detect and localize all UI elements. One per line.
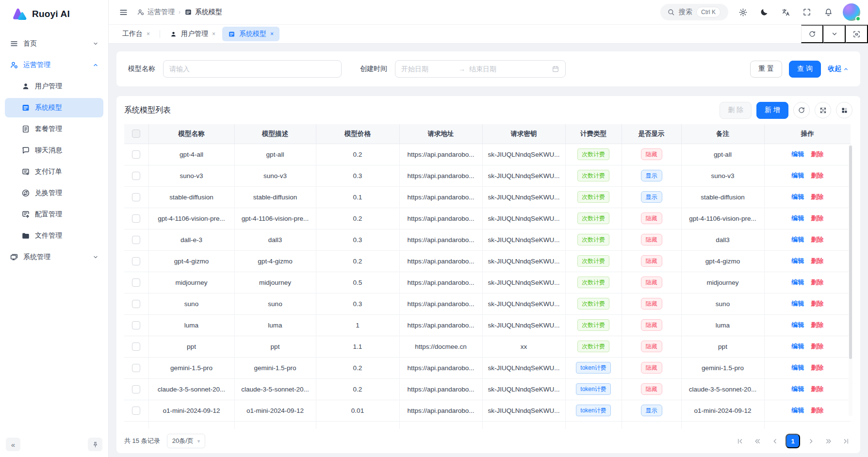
notifications-button[interactable] xyxy=(821,5,835,19)
tab-more-button[interactable] xyxy=(823,25,846,43)
breadcrumb-system-models[interactable]: 系统模型 xyxy=(184,8,222,16)
start-date-input[interactable] xyxy=(401,65,455,73)
edit-link[interactable]: 编辑 xyxy=(791,236,804,243)
sidebar-item-system-models[interactable]: 系统模型 xyxy=(5,98,103,117)
row-checkbox[interactable] xyxy=(132,321,140,329)
app-logo[interactable]: Ruoyi AI xyxy=(0,0,108,28)
cell-model-name: claude-3-5-sonnet-20... xyxy=(148,378,234,400)
page-size-select[interactable]: 20条/页 ▾ xyxy=(167,434,206,448)
tab-refresh-button[interactable] xyxy=(801,25,823,43)
add-button[interactable]: 新 增 xyxy=(756,102,788,119)
sidebar-item-label: 系统管理 xyxy=(23,253,88,261)
sidebar-item-payment-orders[interactable]: 支付订单 xyxy=(5,162,103,181)
sidebar-item-home[interactable]: 首页 xyxy=(5,34,103,53)
row-checkbox[interactable] xyxy=(132,278,140,287)
row-checkbox[interactable] xyxy=(132,236,140,244)
edit-link[interactable]: 编辑 xyxy=(791,364,804,371)
query-button[interactable]: 查 询 xyxy=(789,61,821,78)
table-refresh-button[interactable] xyxy=(793,102,810,118)
model-name-input[interactable] xyxy=(163,60,342,78)
close-icon[interactable]: × xyxy=(147,31,150,37)
sidebar-item-config-management[interactable]: 配置管理 xyxy=(5,205,103,224)
delete-link[interactable]: 删除 xyxy=(811,343,823,350)
row-checkbox[interactable] xyxy=(132,300,140,308)
edit-link[interactable]: 编辑 xyxy=(791,343,804,350)
tab-system-models[interactable]: 系统模型 × xyxy=(222,27,279,41)
tab-user-management[interactable]: 用户管理 × xyxy=(164,27,221,41)
row-checkbox[interactable] xyxy=(132,364,140,372)
settings-button[interactable] xyxy=(736,5,750,19)
delete-link[interactable]: 删除 xyxy=(811,278,823,286)
sidebar-item-redeem-management[interactable]: 兑换管理 xyxy=(5,183,103,203)
close-icon[interactable]: × xyxy=(270,31,274,37)
sidebar-item-user-management[interactable]: 用户管理 xyxy=(5,77,103,96)
cell-remark: o1-mini-2024-09-12 xyxy=(681,400,764,421)
delete-link[interactable]: 删除 xyxy=(811,193,823,200)
table-scrollbar[interactable] xyxy=(849,145,852,416)
content-maximize-button[interactable] xyxy=(846,25,868,43)
end-date-input[interactable] xyxy=(469,65,523,73)
collapse-filter-link[interactable]: 收起 xyxy=(828,65,849,73)
row-checkbox[interactable] xyxy=(132,343,140,351)
delete-link[interactable]: 删除 xyxy=(811,407,823,414)
column-settings-button[interactable] xyxy=(836,102,852,118)
row-checkbox[interactable] xyxy=(132,214,140,223)
table-fullscreen-button[interactable] xyxy=(815,102,831,118)
edit-link[interactable]: 编辑 xyxy=(791,407,804,414)
edit-link[interactable]: 编辑 xyxy=(791,278,804,286)
jump-forward-button[interactable] xyxy=(821,434,835,448)
edit-link[interactable]: 编辑 xyxy=(791,150,804,158)
global-search[interactable]: 搜索 Ctrl K xyxy=(660,4,728,20)
batch-delete-button[interactable]: 删 除 xyxy=(720,102,752,119)
sidebar-item-chat-messages[interactable]: 聊天消息 xyxy=(5,141,103,160)
current-page-button[interactable]: 1 xyxy=(786,434,800,448)
edit-link[interactable]: 编辑 xyxy=(791,385,804,392)
reset-button[interactable]: 重 置 xyxy=(750,61,782,78)
close-icon[interactable]: × xyxy=(212,31,215,37)
row-checkbox[interactable] xyxy=(132,150,140,159)
sidebar-item-plan-management[interactable]: 套餐管理 xyxy=(5,119,103,139)
delete-link[interactable]: 删除 xyxy=(811,321,823,328)
edit-link[interactable]: 编辑 xyxy=(791,257,804,264)
table-row: gpt-4-1106-vision-pre... gpt-4-1106-visi… xyxy=(124,208,851,229)
delete-link[interactable]: 删除 xyxy=(811,214,823,222)
language-button[interactable] xyxy=(779,5,792,19)
cell-model-price: 0.3 xyxy=(316,165,399,186)
scrollbar-thumb[interactable] xyxy=(849,146,852,359)
edit-link[interactable]: 编辑 xyxy=(791,172,804,179)
edit-link[interactable]: 编辑 xyxy=(791,214,804,222)
edit-link[interactable]: 编辑 xyxy=(791,193,804,200)
breadcrumb-operations[interactable]: 运营管理 xyxy=(137,8,175,16)
row-checkbox[interactable] xyxy=(132,172,140,180)
sidebar-toggle-button[interactable] xyxy=(116,5,130,19)
sidebar-item-file-management[interactable]: 文件管理 xyxy=(5,226,103,245)
delete-link[interactable]: 删除 xyxy=(811,385,823,392)
select-all-checkbox[interactable] xyxy=(132,130,140,138)
dark-mode-button[interactable] xyxy=(757,5,771,19)
first-page-button[interactable] xyxy=(733,434,747,448)
date-range-picker[interactable]: → xyxy=(395,60,566,78)
pin-button[interactable] xyxy=(88,438,102,451)
sidebar-collapse-button[interactable]: « xyxy=(6,438,20,451)
delete-link[interactable]: 删除 xyxy=(811,257,823,264)
sidebar-item-operations[interactable]: 运营管理 xyxy=(5,55,103,75)
edit-link[interactable]: 编辑 xyxy=(791,321,804,328)
row-checkbox[interactable] xyxy=(132,385,140,393)
prev-page-button[interactable] xyxy=(768,434,782,448)
delete-link[interactable]: 删除 xyxy=(811,236,823,243)
row-checkbox[interactable] xyxy=(132,257,140,265)
delete-link[interactable]: 删除 xyxy=(811,300,823,307)
jump-back-button[interactable] xyxy=(751,434,764,448)
row-checkbox[interactable] xyxy=(132,193,140,201)
delete-link[interactable]: 删除 xyxy=(811,172,823,179)
tab-workbench[interactable]: 工作台 × xyxy=(116,27,156,41)
row-checkbox[interactable] xyxy=(132,407,140,415)
fullscreen-button[interactable] xyxy=(800,5,814,19)
sidebar-item-system-management[interactable]: 系统管理 xyxy=(5,247,103,267)
last-page-button[interactable] xyxy=(839,434,852,448)
edit-link[interactable]: 编辑 xyxy=(791,300,804,307)
next-page-button[interactable] xyxy=(804,434,818,448)
user-avatar[interactable] xyxy=(843,3,860,21)
delete-link[interactable]: 删除 xyxy=(811,150,823,158)
delete-link[interactable]: 删除 xyxy=(811,364,823,371)
